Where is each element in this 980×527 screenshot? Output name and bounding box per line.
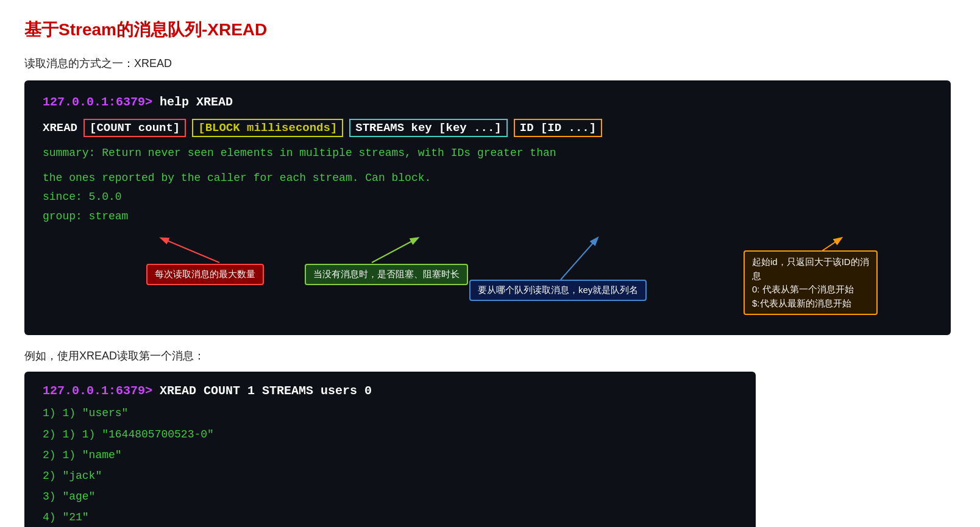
xread-syntax-line: XREAD [COUNT count] [BLOCK milliseconds]… (43, 119, 932, 137)
summary-line2: the ones reported by the caller for each… (43, 169, 932, 187)
section2-label: 例如，使用XREAD读取第一个消息： (24, 348, 956, 363)
annotation-blue: 要从哪个队列读取消息，key就是队列名 (469, 280, 647, 301)
annotation-green: 当没有消息时，是否阻塞、阻塞时长 (305, 264, 468, 285)
terminal2-line-1: 2) 1) 1) "1644805700523-0" (43, 424, 737, 445)
terminal2-line-3: 2) "jack" (43, 465, 737, 486)
subtitle-text: 读取消息的方式之一：XREAD (24, 56, 956, 71)
terminal-2: 127.0.0.1:6379> XREAD COUNT 1 STREAMS us… (24, 372, 756, 527)
terminal2-line-0: 1) 1) "users" (43, 403, 737, 423)
terminal2-line-2: 2) 1) "name" (43, 445, 737, 465)
page-title: 基于Stream的消息队列-XREAD (24, 18, 956, 41)
terminal2-line-4: 3) "age" (43, 486, 737, 507)
group-line: group: stream (43, 207, 932, 226)
svg-line-0 (162, 238, 219, 263)
annotation-red: 每次读取消息的最大数量 (146, 264, 264, 285)
terminal2-line-5: 4) "21" (43, 507, 737, 527)
summary-line1: summary: Return never seen elements in m… (43, 144, 932, 162)
since-line: since: 5.0.0 (43, 187, 932, 207)
count-box: [COUNT count] (83, 119, 186, 137)
terminal-1: 127.0.0.1:6379> help XREAD XREAD [COUNT … (24, 80, 951, 335)
xread-label: XREAD (43, 121, 77, 135)
terminal1-command: help XREAD (152, 95, 233, 109)
id-box: ID [ID ...] (514, 119, 602, 137)
streams-box: STREAMS key [key ...] (349, 119, 507, 137)
annotation-orange: 起始id，只返回大于该ID的消息 0: 代表从第一个消息开始 $:代表从最新的消… (744, 250, 878, 315)
title-highlight: XREAD (207, 20, 267, 39)
terminal2-prompt: 127.0.0.1:6379> (43, 384, 152, 398)
block-box: [BLOCK milliseconds] (192, 119, 343, 137)
terminal1-prompt: 127.0.0.1:6379> (43, 95, 152, 109)
svg-line-2 (561, 238, 597, 280)
terminal2-command: XREAD COUNT 1 STREAMS users 0 (152, 384, 372, 398)
title-prefix: 基于Stream的消息队列- (24, 20, 207, 39)
svg-line-1 (372, 238, 417, 263)
